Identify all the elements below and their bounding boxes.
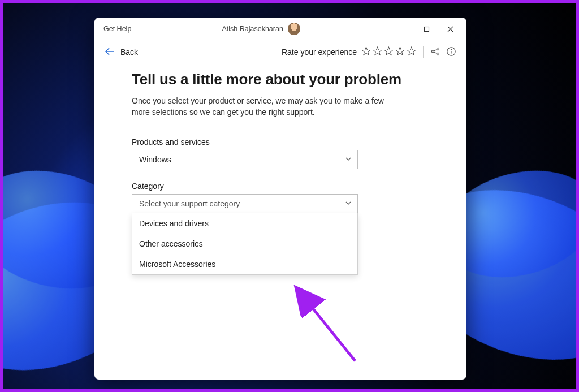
user-name: Atish Rajasekharan xyxy=(222,25,283,33)
chevron-down-icon xyxy=(345,199,352,208)
star-icon[interactable] xyxy=(361,46,371,58)
back-arrow-icon xyxy=(105,48,115,57)
svg-point-12 xyxy=(437,53,439,55)
rate-experience: Rate your experience xyxy=(282,46,416,58)
window-controls xyxy=(391,20,462,37)
back-label: Back xyxy=(120,48,138,57)
app-title: Get Help xyxy=(103,25,131,33)
toolbar-separator xyxy=(423,46,424,58)
svg-marker-5 xyxy=(362,47,370,55)
svg-marker-7 xyxy=(384,47,393,55)
chevron-down-icon xyxy=(345,155,352,164)
svg-rect-1 xyxy=(424,27,429,31)
main-content: Tell us a little more about your problem… xyxy=(94,64,466,275)
svg-line-13 xyxy=(434,49,437,51)
product-label: Products and services xyxy=(132,137,429,147)
support-form: Products and services Windows Category S… xyxy=(132,137,429,275)
annotation-arrow-icon xyxy=(296,296,375,377)
category-option-devices[interactable]: Devices and drivers xyxy=(132,213,357,234)
category-dropdown[interactable]: Select your support category xyxy=(132,194,358,213)
close-button[interactable] xyxy=(438,20,462,37)
svg-marker-8 xyxy=(396,47,404,55)
svg-point-11 xyxy=(437,48,439,50)
star-icon[interactable] xyxy=(395,46,405,58)
star-icon[interactable] xyxy=(384,46,394,58)
titlebar-center: Atish Rajasekharan xyxy=(131,23,391,35)
info-icon[interactable] xyxy=(446,46,456,58)
titlebar: Get Help Atish Rajasekharan xyxy=(94,18,466,40)
rating-stars[interactable] xyxy=(361,46,416,58)
svg-line-14 xyxy=(434,51,437,53)
toolbar: Back Rate your experience xyxy=(94,40,466,64)
rate-label: Rate your experience xyxy=(282,48,357,57)
product-value: Windows xyxy=(139,155,171,164)
share-icon[interactable] xyxy=(430,46,440,58)
category-option-other-accessories[interactable]: Other accessories xyxy=(132,234,357,254)
minimize-button[interactable] xyxy=(391,20,414,37)
category-placeholder: Select your support category xyxy=(139,199,240,208)
svg-marker-9 xyxy=(407,47,416,55)
product-dropdown[interactable]: Windows xyxy=(132,150,358,169)
category-option-microsoft-accessories[interactable]: Microsoft Accessories xyxy=(132,254,357,274)
category-dropdown-list: Devices and drivers Other accessories Mi… xyxy=(132,213,358,275)
star-icon[interactable] xyxy=(407,46,416,58)
svg-point-17 xyxy=(451,49,451,49)
user-avatar-icon[interactable] xyxy=(288,23,300,35)
back-button[interactable]: Back xyxy=(105,48,138,57)
svg-point-10 xyxy=(431,50,434,52)
svg-line-18 xyxy=(308,303,355,361)
svg-marker-6 xyxy=(373,47,382,55)
star-icon[interactable] xyxy=(373,46,382,58)
page-intro: Once you select your product or service,… xyxy=(132,95,403,118)
page-heading: Tell us a little more about your problem xyxy=(132,71,429,88)
app-window: Get Help Atish Rajasekharan xyxy=(94,18,466,380)
category-label: Category xyxy=(132,182,429,191)
maximize-button[interactable] xyxy=(414,20,438,37)
